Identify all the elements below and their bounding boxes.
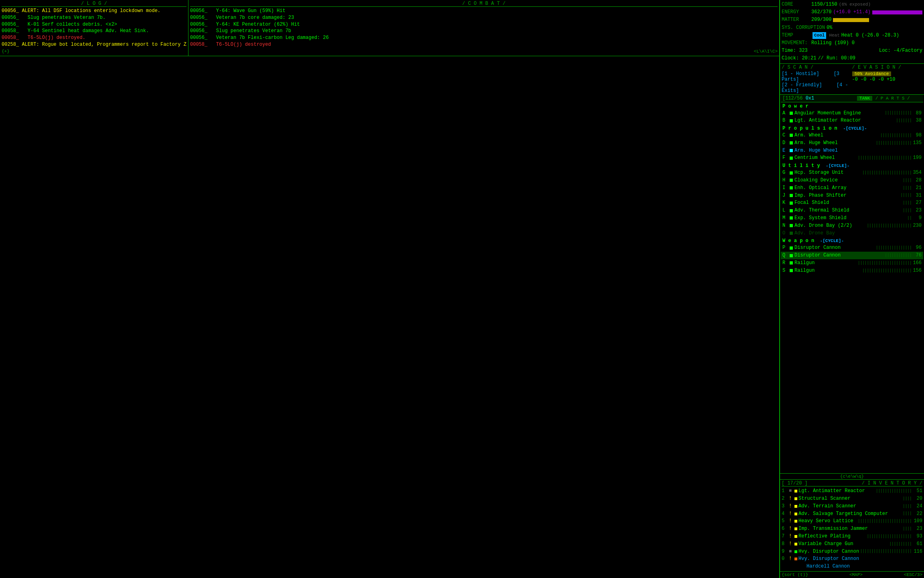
log-footer: {+} [2,49,186,54]
part-integrity-K: 27 [912,199,922,206]
inv-num-5: 5 [782,518,789,525]
energy-value: 362/370 [811,8,831,16]
sort-hint[interactable]: {sort (t)} [782,572,808,577]
part-row-L[interactable]: L Adv. Thermal Shield |||| 23 [781,207,923,214]
inv-row-3[interactable]: 3 ! Adv. Terrain Scanner |||| 24 [782,503,922,510]
part-key-M: M [782,215,789,222]
utility-section-label: U t i l i t y -[CYCLE]- [781,163,923,169]
inv-num-7: 7 [782,533,789,540]
part-row-K[interactable]: K Focal Shield |||| 27 [781,199,923,207]
inv-dot-8 [794,543,797,545]
inv-row-7[interactable]: 7 ! Reflective Plating |||||||||||||||||… [782,533,922,540]
inv-row-6[interactable]: 6 ! Imp. Transmission Jammer |||| 23 [782,525,922,533]
inv-row-5[interactable]: 5 ! Heavy Servo Lattice ||||||||||||||||… [782,517,922,525]
time-line: Time: 323 Loc: -4/Factory [782,47,922,55]
part-bars-G: |||||||||||||||||||||| [862,170,912,176]
part-name-G: Hcp. Storage Unit [794,169,862,176]
movement-line: MOVEMENT: Rolling (109) 0 [782,39,922,47]
part-row-E[interactable]: E Arm. Huge Wheel [781,147,923,155]
log-line: 00258_ ALERT: Rogue bot located, Program… [2,41,186,48]
top-panels: / L O G / 00056_ ALERT: All DSF location… [0,0,779,56]
inv-row-9[interactable]: 9 ■ Hvy. Disruptor Cannon ||||||||||||||… [782,548,922,556]
inv-row-4[interactable]: 4 ! Adv. Salvage Targeting Computer ||||… [782,510,922,518]
part-row-R[interactable]: R Railgun |||||||||||||||||||||||| 166 [781,259,923,267]
part-row-M[interactable]: M Exp. System Shield || 9 [781,214,923,222]
part-row-N[interactable]: N Adv. Drone Bay (2/2) |||||||||||||||||… [781,222,923,230]
inv-section-label: / I N V E N T O R Y / [862,480,922,486]
part-row-I[interactable]: I Enh. Optical Array |||| 21 [781,184,923,192]
inv-val-9: 116 [912,548,922,555]
part-row-A[interactable]: A Angular Momentum Engine |||||||||||| 8… [781,110,923,117]
combat-line: 00058_ T6-5LO(j) destroyed [190,41,778,48]
inv-name-0: Hvy. Disruptor Cannon [798,556,912,562]
part-key-H: H [782,177,789,184]
part-row-F[interactable]: F Centrium Wheel |||||||||||||||||||||||… [781,154,923,162]
part-row-B[interactable]: B Lgt. Antimatter Reactor ||||||| 38 [781,117,923,124]
part-row-Q[interactable]: Q Disruptor Cannon |||||||||||| 76 [781,252,923,259]
part-integrity-L: 23 [912,207,922,214]
part-dot-M [790,216,793,220]
part-integrity-B: 38 [912,117,922,124]
inv-name-1: Lgt. Antimatter Reactor [798,488,875,495]
inventory-section: [ 17/20 ] / I N V E N T O R Y / 1 ■ Lgt.… [780,479,924,571]
part-row-G[interactable]: G Hcp. Storage Unit ||||||||||||||||||||… [781,169,923,177]
part-row-C[interactable]: C Arm. Wheel |||||||||||||| 98 [781,132,923,139]
part-dot-J [790,194,793,197]
part-bars-L: |||| [903,208,912,214]
part-name-P: Disruptor Cannon [794,244,875,251]
inv-name-8: Variable Charge Gun [798,541,889,547]
part-row-O[interactable]: O Adv. Drone Bay [781,230,923,237]
part-row-H[interactable]: H Cloaking Device |||| 28 [781,177,923,184]
inv-row-2[interactable]: 2 ! Structural Scanner |||| 20 [782,495,922,503]
part-key-I: I [782,185,789,191]
cool-badge: Cool [813,32,826,39]
inv-dot-hc [794,565,797,568]
part-integrity-D: 135 [912,140,922,147]
part-name-J: Imp. Phase Shifter [794,192,900,199]
inv-num-8: 8 [782,541,789,547]
part-dot-I [790,186,793,189]
esc-hint[interactable]: <ESC/3> [904,572,922,577]
power-section-label: P o w e r [781,103,923,110]
part-name-L: Adv. Thermal Shield [794,207,903,214]
time-label: Time: 323 [782,47,808,55]
map-hint[interactable]: <MAP> [849,572,863,577]
part-row-D[interactable]: D Arm. Huge Wheel |||||||||||||||| 135 [781,139,923,147]
evasion-avoidance: 50% Avoidance [852,71,923,77]
part-key-P: P [782,244,789,251]
part-bars-R: |||||||||||||||||||||||| [858,260,912,266]
part-key-B: B [782,117,789,124]
part-key-K: K [782,199,789,206]
inv-name-6: Imp. Transmission Jammer [798,525,903,532]
energy-line: ENERGY 362/370 (+16.0 +11.4) [782,8,922,16]
part-row-J[interactable]: J Imp. Phase Shifter ||||| 31 [781,192,923,199]
inv-val-1: 51 [912,488,922,495]
part-dot-G [790,171,793,175]
inv-num-0: 0 [782,556,789,562]
inv-val-3: 24 [912,503,922,510]
part-dot-A [790,112,793,115]
part-integrity-C: 98 [912,132,922,139]
inv-row-hc[interactable]: Hardcell Cannon [782,563,922,570]
part-key-F: F [782,155,789,161]
inv-num-4: 4 [782,511,789,517]
part-integrity-H: 28 [912,177,922,184]
hostile-scan[interactable]: [1 - Hostile] [3 Parts] [782,71,852,82]
inv-dot-6 [794,527,797,530]
movement-label: MOVEMENT: [782,39,810,47]
run-label: // Run: 00:09 [818,55,855,62]
part-dot-P [790,246,793,250]
inv-row-1[interactable]: 1 ■ Lgt. Antimatter Reactor ||||||||||||… [782,487,922,495]
inv-row-8[interactable]: 8 ! Variable Charge Gun |||||||||| 61 [782,540,922,548]
parts-section-header: / P A R T S / [875,96,910,101]
part-key-R: R [782,260,789,267]
inv-row-0[interactable]: 0 ! Hvy. Disruptor Cannon [782,555,922,563]
part-key-E: E [782,147,789,154]
inv-num-3: 3 [782,503,789,510]
energy-label: ENERGY [782,8,810,16]
part-row-P[interactable]: P Disruptor Cannon |||||||||||||||| 96 [781,244,923,252]
part-dot-L [790,209,793,212]
inv-dot-9 [794,550,797,553]
part-row-S[interactable]: S Railgun |||||||||||||||||||||| 156 [781,267,923,275]
friendly-scan[interactable]: [2 - Friendly] [4 - Exits] [782,82,852,94]
